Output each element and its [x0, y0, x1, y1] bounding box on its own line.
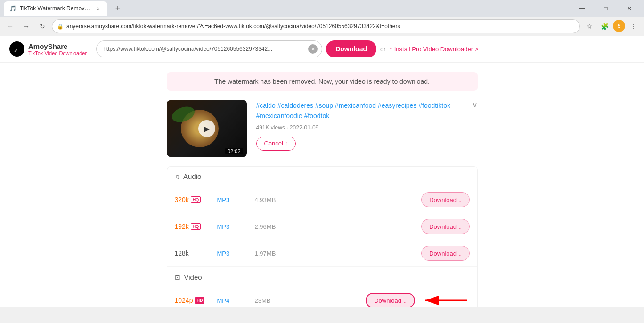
- play-button[interactable]: ▶: [198, 120, 215, 137]
- quality-320k: 320k HQ: [175, 196, 217, 203]
- address-bar: ← → ↻ 🔒 anyerase.amoyshare.com/tiktok-wa…: [0, 17, 644, 36]
- quality-192k: 192k HQ: [175, 223, 217, 230]
- video-row-1: 1024p HD MP4 23MB Download ↓: [167, 287, 477, 307]
- video-info: #caldo #caldoderes #soup #mexicanfood #e…: [256, 100, 478, 151]
- download-button-320k[interactable]: Download ↓: [421, 192, 469, 207]
- red-arrow-icon: [423, 293, 470, 307]
- new-tab-button[interactable]: +: [111, 2, 124, 15]
- format-mp3-2: MP3: [217, 223, 255, 230]
- lock-icon: 🔒: [57, 24, 64, 30]
- tiktok-logo-icon: ♪: [9, 41, 24, 57]
- quality-128k: 128k: [175, 250, 217, 257]
- download-label-192k: Download: [429, 223, 457, 230]
- cancel-button[interactable]: Cancel ↑: [256, 137, 296, 151]
- page-content: ♪ AmoyShare TikTok Video Downloader ✕ Do…: [0, 36, 644, 307]
- site-header: ♪ AmoyShare TikTok Video Downloader ✕ Do…: [0, 36, 644, 63]
- or-label: or: [380, 46, 386, 53]
- play-icon: ▶: [204, 124, 210, 133]
- header-download-button[interactable]: Download: [326, 40, 376, 57]
- tab-close-btn[interactable]: ✕: [94, 5, 102, 12]
- main-content: The watermark has been removed. Now, you…: [157, 63, 487, 307]
- cancel-label: Cancel ↑: [264, 140, 288, 147]
- url-bar[interactable]: 🔒 anyerase.amoyshare.com/tiktok-watermar…: [52, 19, 580, 33]
- download-arrow-icon-2: ↓: [458, 223, 462, 230]
- url-input[interactable]: [96, 40, 322, 57]
- url-text: anyerase.amoyshare.com/tiktok-watermark-…: [66, 23, 575, 30]
- audio-label: Audio: [183, 172, 201, 180]
- profile-button[interactable]: S: [613, 20, 625, 32]
- size-3: 1.97MB: [255, 250, 422, 257]
- quality-num-128k: 128k: [175, 250, 189, 257]
- bookmark-button[interactable]: ☆: [583, 20, 596, 33]
- success-banner: The watermark has been removed. Now, you…: [167, 72, 478, 91]
- format-mp4: MP4: [217, 297, 255, 304]
- svg-text:♪: ♪: [14, 45, 17, 53]
- tab-title: TikTok Watermark Remover – Re...: [20, 5, 90, 12]
- audio-row-1: 320k HQ MP3 4.93MB Download ↓: [167, 186, 477, 213]
- forward-button[interactable]: →: [20, 20, 33, 33]
- address-actions: ☆ 🧩 S ⋮: [583, 20, 640, 33]
- banner-text: The watermark has been removed. Now, you…: [214, 78, 430, 85]
- download-button-128k[interactable]: Download ↓: [421, 246, 469, 261]
- quality-num-192k: 192k: [175, 223, 189, 230]
- video-section-header: ⊡ Video: [167, 267, 477, 287]
- audio-row-3: 128k MP3 1.97MB Download ↓: [167, 240, 477, 267]
- size-video-1: 23MB: [255, 297, 366, 304]
- video-section-icon: ⊡: [175, 274, 180, 281]
- site-logo: ♪ AmoyShare TikTok Video Downloader: [9, 41, 87, 57]
- video-thumbnail: ▶ 02:02: [167, 100, 247, 157]
- audio-section-header: ♫ Audio: [167, 167, 477, 186]
- browser-tab[interactable]: 🎵 TikTok Watermark Remover – Re... ✕: [4, 1, 107, 16]
- video-hashtags: #caldo #caldoderes #soup #mexicanfood #e…: [256, 100, 468, 121]
- quality-num-320k: 320k: [175, 196, 189, 203]
- back-button[interactable]: ←: [4, 20, 17, 33]
- format-mp3-3: MP3: [217, 250, 255, 257]
- download-label-128k: Download: [429, 250, 457, 257]
- size-2: 2.96MB: [255, 223, 422, 230]
- duration-badge: 02:02: [225, 148, 243, 154]
- download-arrow-icon-video: ↓: [403, 297, 407, 304]
- clear-input-button[interactable]: ✕: [308, 44, 318, 54]
- download-arrow-icon-1: ↓: [458, 196, 462, 203]
- download-arrow-icon-3: ↓: [458, 250, 462, 257]
- menu-button[interactable]: ⋮: [627, 20, 640, 33]
- site-subtitle: TikTok Video Downloader: [28, 50, 87, 56]
- title-bar: 🎵 TikTok Watermark Remover – Re... ✕ + —…: [0, 0, 644, 17]
- hq-badge-192k: HQ: [191, 223, 201, 230]
- format-mp3-1: MP3: [217, 196, 255, 203]
- window-controls: — □ ✕: [571, 1, 640, 16]
- expand-icon[interactable]: ∨: [472, 100, 478, 109]
- download-button-1024p[interactable]: Download ↓: [366, 293, 415, 307]
- install-pro-link[interactable]: ↑ Install Pro Video Downloader >: [390, 46, 479, 53]
- maximize-button[interactable]: □: [595, 1, 617, 16]
- close-button[interactable]: ✕: [619, 1, 640, 16]
- header-search: ✕ Download or ↑ Install Pro Video Downlo…: [96, 40, 635, 57]
- minimize-button[interactable]: —: [571, 1, 593, 16]
- hq-badge-320k: HQ: [191, 196, 201, 203]
- video-label: Video: [184, 273, 202, 281]
- size-1: 4.93MB: [255, 196, 422, 203]
- download-label-1024p: Download: [374, 297, 401, 304]
- tab-favicon: 🎵: [9, 5, 16, 12]
- site-name: AmoyShare: [28, 42, 87, 50]
- hd-badge-1024p: HD: [195, 297, 204, 304]
- extension-puzzle-button[interactable]: 🧩: [598, 20, 611, 33]
- refresh-button[interactable]: ↻: [36, 20, 49, 33]
- browser-chrome: 🎵 TikTok Watermark Remover – Re... ✕ + —…: [0, 0, 644, 36]
- music-note-icon: ♫: [175, 173, 180, 180]
- video-meta: 491K views · 2022-01-09: [256, 124, 478, 131]
- video-container: ▶ 02:02 #caldo #caldoderes #soup #mexica…: [167, 100, 478, 157]
- quality-num-1024p: 1024p: [175, 297, 193, 304]
- download-button-192k[interactable]: Download ↓: [421, 219, 469, 234]
- download-label-320k: Download: [429, 196, 457, 203]
- download-section: ♫ Audio 320k HQ MP3 4.93MB Download ↓: [167, 166, 478, 307]
- audio-row-2: 192k HQ MP3 2.96MB Download ↓: [167, 213, 477, 240]
- quality-1024p: 1024p HD: [175, 297, 217, 304]
- highlight-arrow: [423, 293, 470, 307]
